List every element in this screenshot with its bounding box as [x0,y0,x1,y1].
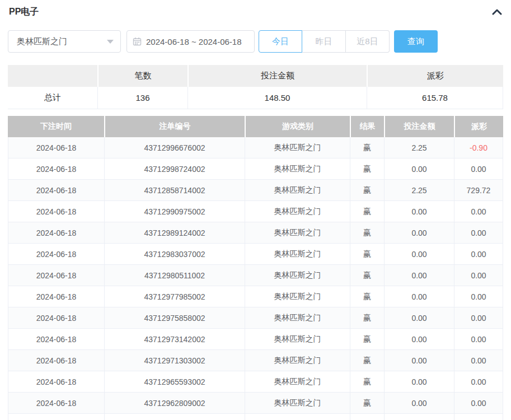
filter-bar: 奥林匹斯之门 2024-06-18 ~ 2024-06-18 今日 昨日 近8日… [8,30,503,53]
cell-game-type: 奥林匹斯之门 [245,222,350,243]
cell-bet-time: 2024-06-18 [8,265,104,286]
table-row: 2024-06-18 43712989124002 奥林匹斯之门 赢 0.00 … [8,222,503,244]
cell-payout: 0.00 [454,329,503,349]
cell-bet-time: 2024-06-18 [8,307,104,328]
page-title: PP电子 [9,6,39,18]
summary-total-row: 总计 136 148.50 615.78 [8,87,503,109]
cell-bet-time: 2024-06-18 [8,158,104,179]
cell-order-no: 43712980511002 [104,265,245,286]
cell-bet-amount: 0.00 [384,286,454,307]
cell-order-no: 43712977985002 [104,286,245,307]
col-header-bet-amount: 投注金额 [384,116,454,137]
cell-bet-amount: 0.00 [384,265,454,286]
cell-result: 赢 [350,137,384,158]
cell-bet-time: 2024-06-18 [8,201,104,222]
table-row: 2024-06-18 43712980511002 奥林匹斯之门 赢 0.00 … [8,265,503,286]
cell-bet-amount: 0.00 [384,393,454,413]
cell-result: 赢 [350,201,384,222]
date-range-value: 2024-06-18 ~ 2024-06-18 [146,37,242,46]
table-row: 2024-06-18 43712983037002 奥林匹斯之门 赢 0.00 … [8,244,503,265]
cell-bet-amount: 0.00 [384,222,454,243]
cell-bet-amount: 0.00 [384,307,454,328]
cell-payout: 0.00 [454,286,503,307]
cell-bet-amount: 0.00 [384,201,454,222]
cell-result: 赢 [350,180,384,200]
cell-result: 赢 [350,414,384,420]
cell-bet-time: 2024-06-18 [8,393,104,413]
cell-order-no: 43712975858002 [104,307,245,328]
today-button[interactable]: 今日 [259,30,302,53]
cell-order-no: 43712983037002 [104,244,245,264]
col-header-game-type: 游戏类别 [245,116,350,137]
summary-total-bet-amount: 148.50 [187,87,367,109]
chevron-up-icon [492,8,502,15]
cell-bet-time: 2024-06-18 [8,350,104,371]
cell-bet-amount: 0.00 [384,158,454,179]
cell-game-type: 奥林匹斯之门 [245,350,350,371]
cell-game-type: 奥林匹斯之门 [245,393,350,413]
cell-payout: 0.00 [454,158,503,179]
caret-down-icon [107,40,114,44]
col-header-order-no: 注单编号 [104,116,245,137]
cell-bet-time: 2024-06-18 [8,329,104,349]
last-8-days-button[interactable]: 近8日 [346,30,390,53]
cell-bet-amount: 2.25 [384,180,454,200]
cell-result: 赢 [350,244,384,264]
cell-game-type: 奥林匹斯之门 [245,244,350,264]
summary-header-payout: 派彩 [367,65,503,87]
cell-payout: 729.72 [454,180,503,200]
date-range-input[interactable]: 2024-06-18 ~ 2024-06-18 [126,30,255,53]
cell-game-type: 奥林匹斯之门 [245,329,350,349]
cell-order-no: 43712971303002 [104,350,245,371]
cell-result: 赢 [350,371,384,392]
table-body: 2024-06-18 43712996676002 奥林匹斯之门 赢 2.25 … [8,137,503,420]
cell-result: 赢 [350,307,384,328]
cell-order-no: 43712989124002 [104,222,245,243]
table-row: 2024-06-18 43712962809002 奥林匹斯之门 赢 0.00 … [8,393,503,414]
cell-bet-amount: 0.00 [384,329,454,349]
cell-bet-time: 2024-06-18 [8,414,104,420]
cell-game-type: 奥林匹斯之门 [245,307,350,328]
collapse-button[interactable] [491,6,503,18]
cell-order-no: 43712973142002 [104,329,245,349]
cell-result: 赢 [350,393,384,413]
cell-bet-amount: 0.00 [384,350,454,371]
cell-bet-time: 2024-06-18 [8,244,104,264]
cell-bet-amount: 0.00 [384,371,454,392]
cell-result: 赢 [350,265,384,286]
cell-game-type: 奥林匹斯之门 [245,137,350,158]
cell-payout: 0.00 [454,393,503,413]
cell-game-type: 奥林匹斯之门 [245,286,350,307]
yesterday-button[interactable]: 昨日 [302,30,346,53]
game-select[interactable]: 奥林匹斯之门 [8,30,121,53]
cell-order-no: 43712965593002 [104,371,245,392]
summary-total-payout: 615.78 [367,87,503,109]
cell-bet-time: 2024-06-18 [8,137,104,158]
cell-result: 赢 [350,222,384,243]
cell-game-type: 奥林匹斯之门 [245,158,350,179]
cell-bet-amount: 2.25 [384,137,454,158]
cell-order-no: 43712962809002 [104,393,245,413]
cell-bet-amount: 0.00 [384,244,454,264]
summary-total-count: 136 [97,87,187,109]
cell-bet-time: 2024-06-18 [8,222,104,243]
cell-order-no: 43712961593002 [104,414,245,420]
cell-game-type: 奥林匹斯之门 [245,265,350,286]
cell-payout: -0.90 [454,137,503,158]
query-button[interactable]: 查询 [394,30,438,53]
cell-order-no: 43712858714002 [104,180,245,200]
cell-bet-time: 2024-06-18 [8,371,104,392]
cell-payout: 0.00 [454,307,503,328]
cell-payout: 0.00 [454,222,503,243]
cell-game-type: 奥林匹斯之门 [245,414,350,420]
table-row: 2024-06-18 43712971303002 奥林匹斯之门 赢 0.00 … [8,350,503,371]
table-header-row: 下注时间 注单编号 游戏类别 结果 投注金额 派彩 [8,116,503,137]
col-header-result: 结果 [350,116,384,137]
cell-payout: 0.00 [454,265,503,286]
cell-payout: 0.00 [454,350,503,371]
table-row: 2024-06-18 43712858714002 奥林匹斯之门 赢 2.25 … [8,180,503,201]
cell-game-type: 奥林匹斯之门 [245,201,350,222]
cell-result: 赢 [350,286,384,307]
summary-table: 笔数 投注金额 派彩 总计 136 148.50 615.78 [8,65,503,109]
cell-order-no: 43712996676002 [104,137,245,158]
